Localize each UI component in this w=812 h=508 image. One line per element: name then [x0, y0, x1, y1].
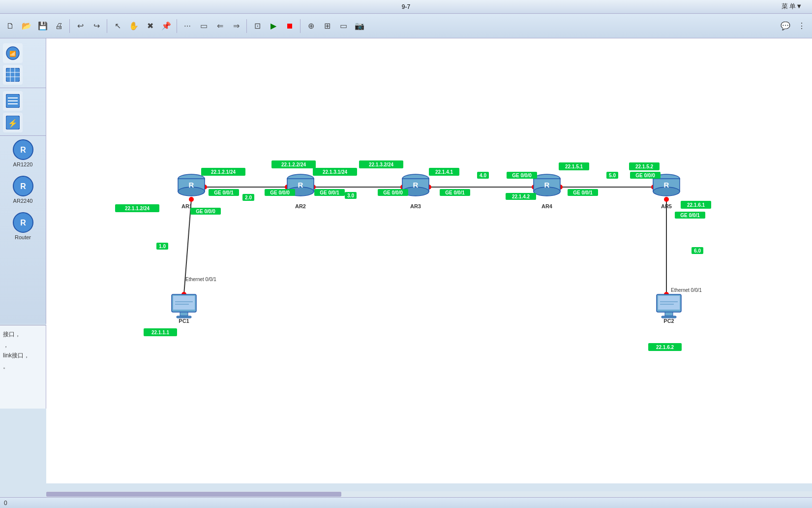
label-22132: 22.1.3.2/24 — [369, 162, 393, 167]
save-button[interactable]: 💾 — [35, 19, 50, 33]
label-ge000-ar1: GE 0/0/0 — [196, 209, 215, 214]
status-value: 0 — [4, 500, 7, 507]
print-button[interactable]: 🖨 — [52, 19, 66, 33]
svg-point-26 — [189, 197, 194, 202]
label-60: 6.0 — [694, 248, 701, 254]
svg-text:R: R — [20, 146, 26, 154]
label-22162: 22.1.6.2 — [656, 345, 674, 350]
pan-button[interactable]: ✋ — [126, 19, 141, 33]
list-icon[interactable] — [3, 91, 23, 111]
redo-button[interactable]: ↪ — [89, 19, 104, 33]
svg-rect-59 — [180, 312, 188, 316]
sep1 — [69, 19, 70, 33]
label-22131: 22.1.3.1/24 — [323, 169, 347, 175]
label-22161: 22.1.6.1 — [687, 202, 705, 208]
label-22112: 22.1.1.2/24 — [125, 206, 150, 211]
label-22141: 22.1.4.1 — [435, 169, 453, 175]
ar1220-label: AR1220 — [13, 161, 33, 167]
device-router[interactable]: R Router — [0, 209, 46, 243]
camera-button[interactable]: 📷 — [352, 19, 367, 33]
svg-text:R: R — [664, 181, 669, 189]
label-ge001-ar1: GE 0/0/1 — [214, 190, 234, 195]
layout-button[interactable]: ▭ — [336, 19, 351, 33]
label-22122: 22.1.2.2/24 — [281, 162, 306, 167]
svg-text:R: R — [544, 181, 550, 189]
desc-line4: 。 — [3, 361, 43, 372]
square-button[interactable]: ▭ — [196, 19, 211, 33]
undo-button[interactable]: ↩ — [73, 19, 88, 33]
grid-button[interactable]: ⊞ — [320, 19, 334, 33]
scrollbar-thumb[interactable] — [46, 492, 341, 497]
play-button[interactable]: ▶ — [266, 19, 281, 33]
desc-line2: ， — [3, 340, 43, 351]
svg-text:R: R — [298, 181, 303, 189]
label-ge000-ar2-l: GE 0/0/0 — [270, 190, 290, 195]
label-eth001-pc2: Ethernet 0/0/1 — [671, 287, 702, 293]
ar5-label: AR5 — [661, 203, 672, 209]
svg-rect-58 — [173, 296, 195, 310]
svg-text:R: R — [413, 181, 419, 189]
description-panel: 接口， ， link接口， 。 — [0, 325, 46, 409]
pc1-label: PC1 — [179, 318, 189, 324]
label-22121: 22.1.2.1/24 — [211, 169, 236, 175]
pc1[interactable] — [172, 294, 196, 318]
more-button[interactable]: ⋮ — [794, 19, 809, 33]
svg-rect-65 — [665, 312, 673, 316]
side-panel: 📶 ⚡ — [0, 38, 46, 324]
grid-icon[interactable] — [3, 65, 23, 85]
desc-line3: link接口， — [3, 350, 43, 361]
label-ge000-ar5-l: GE 0/0/0 — [635, 173, 655, 178]
sep4 — [246, 19, 247, 33]
label-ge000-ar4-l: GE 0/0/0 — [512, 173, 532, 178]
delete-button[interactable]: ✖ — [143, 19, 157, 33]
label-ge001-ar5: GE 0/0/1 — [680, 213, 700, 218]
title-bar: 9-7 菜 单▼ — [0, 0, 812, 14]
label-30: 3.0 — [347, 193, 354, 198]
sep3 — [177, 19, 177, 33]
label-22142: 22.1.4.2 — [512, 194, 530, 199]
desc-line1: 接口， — [3, 329, 43, 340]
horizontal-scrollbar[interactable] — [46, 491, 812, 497]
connect-button[interactable]: ⋯ — [180, 19, 195, 33]
svg-text:📶: 📶 — [9, 50, 16, 57]
open-button[interactable]: 📂 — [19, 19, 34, 33]
select-button[interactable]: ↖ — [110, 19, 125, 33]
router-ar4[interactable]: R — [534, 174, 560, 196]
link-button[interactable]: ⇐ — [212, 19, 227, 33]
ar4-label: AR4 — [541, 203, 553, 209]
main-canvas[interactable]: R AR1 R AR2 R AR3 R AR4 — [46, 38, 812, 483]
label-50: 5.0 — [609, 173, 616, 178]
label-22111: 22.1.1.1 — [151, 330, 170, 335]
svg-rect-64 — [658, 296, 680, 310]
svg-rect-2 — [6, 68, 20, 82]
label-ge001-ar4: GE 0/0/1 — [573, 190, 593, 195]
label-ge000-ar3-l: GE 0/0/0 — [383, 190, 403, 195]
router-ar1[interactable]: R — [178, 174, 205, 196]
label-10: 1.0 — [159, 244, 166, 249]
annotate-button[interactable]: 📌 — [159, 19, 174, 33]
ar3-label: AR3 — [410, 203, 421, 209]
flash-icon[interactable]: ⚡ — [3, 113, 23, 132]
label-22151: 22.1.5.1 — [565, 164, 583, 169]
pc2[interactable] — [657, 294, 681, 318]
ar2-label: AR2 — [295, 203, 306, 209]
fit-button[interactable]: ⊡ — [250, 19, 265, 33]
network-diagram: R AR1 R AR2 R AR3 R AR4 — [46, 38, 812, 483]
link2-button[interactable]: ⇒ — [229, 19, 243, 33]
ar2240-label: AR2240 — [13, 198, 33, 204]
sep2 — [107, 19, 107, 33]
label-ge001-ar3: GE 0/0/1 — [445, 190, 465, 195]
zoom-fit-button[interactable]: ⊕ — [303, 19, 318, 33]
chat-button[interactable]: 💬 — [778, 19, 793, 33]
wifi-icon[interactable]: 📶 — [3, 43, 23, 63]
device-ar1220[interactable]: R AR1220 — [0, 136, 46, 170]
label-eth001-pc1: Ethernet 0/0/1 — [185, 277, 216, 282]
pc2-label: PC2 — [663, 318, 674, 324]
svg-text:R: R — [20, 182, 26, 190]
device-ar2240[interactable]: R AR2240 — [0, 172, 46, 207]
menu-button[interactable]: 菜 单▼ — [782, 2, 802, 11]
stop-button[interactable]: ⏹ — [282, 19, 297, 33]
status-bar: 0 — [0, 497, 812, 508]
label-22152: 22.1.5.2 — [635, 164, 654, 169]
new-button[interactable]: 🗋 — [3, 19, 18, 33]
